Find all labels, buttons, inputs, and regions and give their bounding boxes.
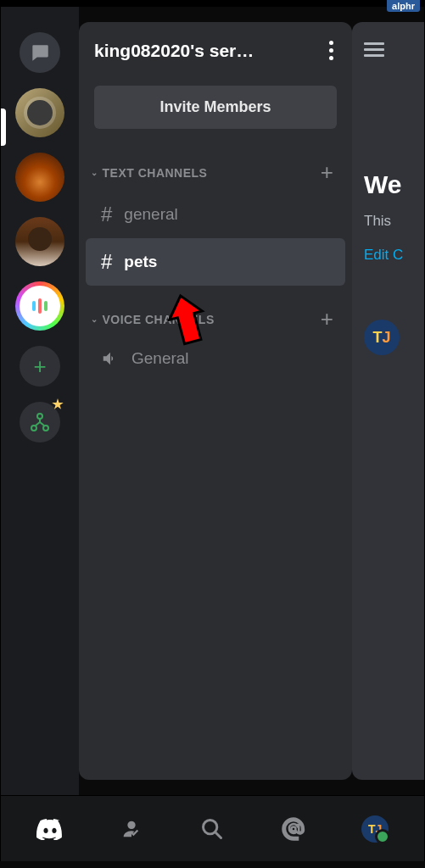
selected-server-indicator [1, 108, 6, 146]
server-avatar-3[interactable] [15, 217, 64, 266]
hub-server[interactable] [15, 281, 64, 331]
speaker-icon [101, 349, 120, 368]
chat-bubble-icon [29, 42, 51, 64]
edit-channel-link[interactable]: Edit C [364, 247, 424, 264]
server-avatar-2[interactable] [15, 153, 64, 202]
user-avatar-badge[interactable]: TJ [364, 320, 400, 355]
server-rail: + [1, 7, 79, 795]
discover-servers-button[interactable] [20, 402, 60, 442]
nav-mentions-button[interactable] [272, 816, 315, 842]
text-channels-category[interactable]: ⌄ TEXT CHANNELS [91, 166, 207, 180]
add-voice-channel-button[interactable]: + [317, 306, 337, 332]
hash-icon: # [101, 250, 112, 274]
user-avatar-icon: TJ [361, 815, 389, 843]
chat-view-peek: We This Edit C TJ [352, 22, 424, 780]
search-icon [200, 817, 224, 841]
nav-home-button[interactable] [29, 818, 71, 840]
welcome-heading: We [364, 170, 424, 199]
svg-point-0 [37, 414, 42, 419]
hub-icon [20, 286, 60, 326]
plus-icon: + [321, 159, 333, 185]
channel-general-text[interactable]: # general [86, 191, 345, 238]
channel-label: General [131, 349, 189, 368]
svg-point-1 [31, 426, 36, 431]
friends-icon [120, 817, 143, 841]
category-label: VOICE CHANNELS [103, 313, 215, 326]
plus-icon: + [321, 306, 333, 331]
chevron-down-icon: ⌄ [91, 314, 98, 324]
channel-list-panel: king082020's ser… Invite Members ⌄ TEXT … [79, 22, 352, 780]
channel-pets[interactable]: # pets [86, 238, 345, 286]
welcome-subtitle: This [364, 213, 424, 230]
add-server-button[interactable]: + [20, 346, 60, 387]
chevron-down-icon: ⌄ [91, 168, 98, 177]
menu-button[interactable] [364, 42, 424, 57]
server-options-button[interactable] [326, 37, 337, 64]
mentions-icon [281, 816, 306, 842]
channel-label: general [124, 205, 177, 224]
more-vertical-icon [329, 41, 333, 60]
svg-line-4 [215, 832, 221, 837]
svg-point-2 [43, 426, 48, 431]
watermark-badge: alphr [387, 0, 420, 12]
nav-friends-button[interactable] [110, 817, 153, 841]
server-name-header[interactable]: king082020's ser… [94, 41, 254, 61]
invite-members-button[interactable]: Invite Members [94, 86, 337, 129]
server-avatar-1[interactable] [15, 88, 64, 137]
voice-channels-category[interactable]: ⌄ VOICE CHANNELS [91, 313, 215, 326]
hub-tree-icon [30, 412, 50, 432]
bottom-navigation: TJ [0, 795, 425, 861]
discord-logo-icon [36, 818, 64, 840]
nav-profile-button[interactable]: TJ [354, 815, 396, 843]
direct-messages-button[interactable] [20, 32, 60, 73]
category-label: TEXT CHANNELS [103, 166, 208, 180]
channel-label: pets [124, 253, 157, 271]
add-text-channel-button[interactable]: + [317, 159, 337, 186]
channel-general-voice[interactable]: General [86, 337, 345, 380]
hash-icon: # [101, 203, 112, 226]
nav-search-button[interactable] [191, 817, 233, 841]
plus-icon: + [33, 353, 46, 380]
